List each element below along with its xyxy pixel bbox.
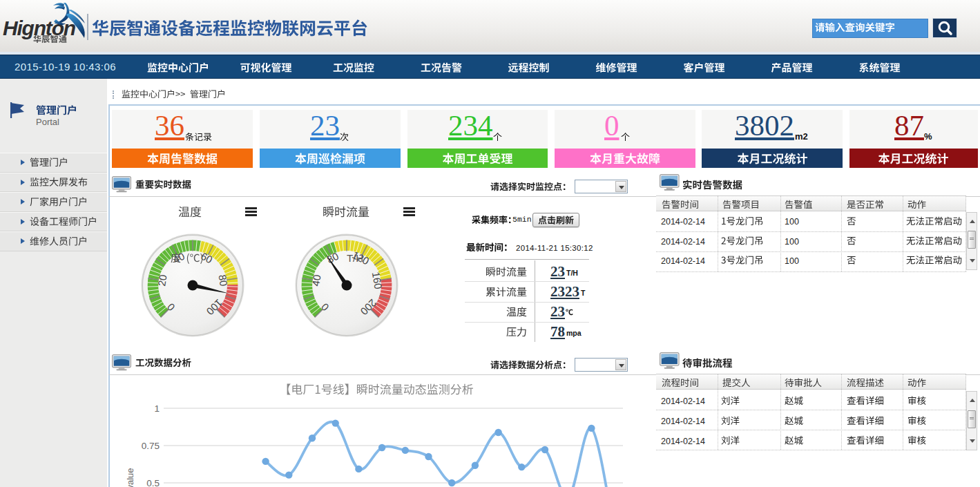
svg-text:T/H: T/H xyxy=(347,252,363,264)
svg-text:value: value xyxy=(125,468,135,487)
svg-text:40: 40 xyxy=(309,274,323,287)
svg-text:1: 1 xyxy=(154,403,160,414)
svg-text:0.5: 0.5 xyxy=(146,478,160,487)
svg-text:20: 20 xyxy=(155,274,169,287)
svg-text:0.75: 0.75 xyxy=(142,441,160,451)
svg-text:80: 80 xyxy=(217,274,230,287)
